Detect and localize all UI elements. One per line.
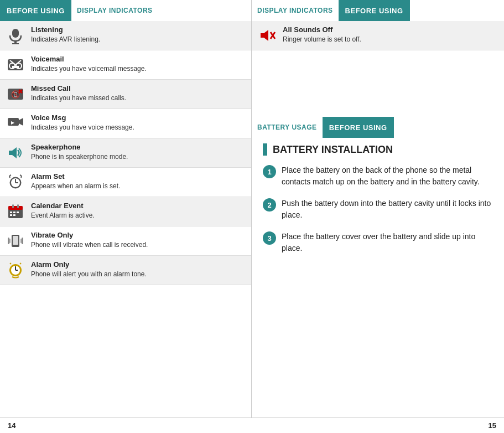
battery-before-using-label: BEFORE USING <box>323 117 394 138</box>
svg-rect-25 <box>17 212 19 213</box>
step-1-text: Place the battery on the back of the pho… <box>282 164 493 188</box>
indicator-row-calendar-event: Calendar Event Event Alarm is active. <box>0 197 251 226</box>
indicator-row-voicemail: Voicemail Indicates you have voicemail m… <box>0 50 251 80</box>
svg-rect-6 <box>12 66 19 68</box>
voice-msg-title: Voice Msg <box>31 114 246 122</box>
battery-step-3: 3 Place the battery cover over the batte… <box>263 231 493 254</box>
left-page-number: 14 <box>8 421 15 430</box>
voicemail-icon <box>6 55 25 75</box>
calendar-event-text: Calendar Event Event Alarm is active. <box>31 202 246 220</box>
sounds-off-desc: Ringer volume is set to off. <box>283 35 361 43</box>
vibrate-only-desc: Phone will vibrate when call is received… <box>31 241 148 249</box>
right-page-number: 15 <box>489 421 496 430</box>
indicators-list: Listening Indicates AVR listening. <box>0 21 251 417</box>
missed-call-text: Missed Call Indicates you have missed ca… <box>31 84 246 103</box>
svg-rect-31 <box>22 238 23 244</box>
alarm-set-text: Alarm Set Appears when an alarm is set. <box>31 172 246 191</box>
battery-step-1: 1 Place the battery on the back of the p… <box>263 164 493 188</box>
sounds-off-text: All Sounds Off Ringer volume is set to o… <box>283 25 498 44</box>
left-header-bar: BEFORE USING DISPLAY INDICATORS <box>0 0 251 21</box>
svg-rect-21 <box>12 204 14 208</box>
speakerphone-title: Speakerphone <box>31 143 246 151</box>
indicator-row-alarm-only: Alarm Only Phone will alert you with an … <box>0 256 251 285</box>
missed-call-icon: 📵 <box>6 84 25 104</box>
alarm-only-icon <box>6 260 25 280</box>
listening-text: Listening Indicates AVR listening. <box>31 25 246 44</box>
voicemail-title: Voicemail <box>31 55 246 63</box>
svg-rect-24 <box>13 212 15 213</box>
svg-rect-27 <box>13 214 15 216</box>
alarm-only-text: Alarm Only Phone will alert you with an … <box>31 260 246 279</box>
sounds-off-row: All Sounds Off Ringer volume is set to o… <box>252 21 504 50</box>
svg-line-38 <box>10 263 11 264</box>
svg-text:📵: 📵 <box>11 90 20 99</box>
step-3-number: 3 <box>263 231 276 245</box>
voice-msg-icon: ▶ <box>6 114 25 133</box>
svg-rect-29 <box>13 236 18 245</box>
step-1-number: 1 <box>263 165 276 178</box>
step-3-text: Place the battery cover over the battery… <box>282 231 493 254</box>
right-header-bar: DISPLAY INDICATORS BEFORE USING <box>252 0 504 21</box>
listening-desc: Indicates AVR listening. <box>31 35 100 43</box>
vibrate-only-text: Vibrate Only Phone will vibrate when cal… <box>31 231 246 250</box>
indicator-row-voice-msg: ▶ Voice Msg Indicates you have voice mes… <box>0 109 251 138</box>
alarm-set-title: Alarm Set <box>31 172 246 181</box>
all-sounds-off-icon <box>257 25 277 45</box>
svg-line-39 <box>20 263 21 264</box>
alarm-only-desc: Phone will alert you with an alarm tone. <box>31 270 147 278</box>
svg-rect-23 <box>10 212 12 213</box>
voice-msg-desc: Indicates you have voice message. <box>31 123 134 131</box>
listening-title: Listening <box>31 25 246 34</box>
svg-rect-30 <box>8 238 9 244</box>
indicator-row-vibrate-only: Vibrate Only Phone will vibrate when cal… <box>0 226 251 256</box>
step-2-number: 2 <box>263 198 276 212</box>
left-display-indicators-label: DISPLAY INDICATORS <box>71 7 158 14</box>
svg-rect-33 <box>20 239 22 243</box>
left-panel: BEFORE USING DISPLAY INDICATORS Listenin… <box>0 0 252 417</box>
calendar-event-desc: Event Alarm is active. <box>31 212 95 219</box>
speakerphone-text: Speakerphone Phone is in speakerphone mo… <box>31 143 246 162</box>
page-numbers: 14 15 <box>0 417 504 433</box>
speakerphone-desc: Phone is in speakerphone mode. <box>31 153 128 161</box>
right-before-using-label: BEFORE USING <box>339 0 410 21</box>
step-2-text: Push the battery down into the battery c… <box>282 198 493 221</box>
right-display-indicators-label: DISPLAY INDICATORS <box>252 7 339 14</box>
alarm-only-title: Alarm Only <box>31 260 246 269</box>
battery-content: BATTERY INSTALLATION 1 Place the battery… <box>252 138 504 283</box>
svg-rect-22 <box>17 204 19 208</box>
svg-marker-40 <box>261 30 268 41</box>
battery-step-2: 2 Push the battery down into the battery… <box>263 198 493 221</box>
speakerphone-icon <box>6 143 25 163</box>
missed-call-title: Missed Call <box>31 84 246 92</box>
indicator-row-alarm-set: Alarm Set Appears when an alarm is set. <box>0 168 251 197</box>
alarm-set-desc: Appears when an alarm is set. <box>31 182 120 190</box>
svg-rect-2 <box>12 43 19 44</box>
svg-marker-12 <box>19 118 23 126</box>
sounds-off-title: All Sounds Off <box>283 25 498 34</box>
svg-rect-0 <box>12 29 19 38</box>
voicemail-text: Voicemail Indicates you have voicemail m… <box>31 55 246 74</box>
alarm-set-icon <box>6 172 25 192</box>
listening-icon <box>6 25 25 45</box>
calendar-event-icon <box>6 202 25 221</box>
svg-rect-1 <box>14 41 17 43</box>
battery-header-bar: BATTERY USAGE BEFORE USING <box>252 117 504 138</box>
title-bar-decoration <box>263 143 267 156</box>
svg-marker-14 <box>9 147 17 158</box>
missed-call-desc: Indicates you have missed calls. <box>31 94 126 102</box>
indicator-row-speakerphone: Speakerphone Phone is in speakerphone mo… <box>0 138 251 168</box>
voicemail-desc: Indicates you have voicemail message. <box>31 65 147 73</box>
svg-rect-26 <box>10 214 12 216</box>
vibrate-only-title: Vibrate Only <box>31 231 246 239</box>
main-content: BEFORE USING DISPLAY INDICATORS Listenin… <box>0 0 504 417</box>
battery-usage-label: BATTERY USAGE <box>252 123 323 131</box>
battery-installation-title: BATTERY INSTALLATION <box>263 143 493 156</box>
voice-msg-text: Voice Msg Indicates you have voice messa… <box>31 114 246 132</box>
svg-rect-32 <box>9 239 11 243</box>
svg-text:▶: ▶ <box>11 120 15 125</box>
battery-installation-text: BATTERY INSTALLATION <box>273 144 393 156</box>
right-panel: DISPLAY INDICATORS BEFORE USING All Soun… <box>252 0 504 417</box>
indicator-row-listening: Listening Indicates AVR listening. <box>0 21 251 50</box>
svg-rect-20 <box>8 206 23 210</box>
calendar-event-title: Calendar Event <box>31 202 246 210</box>
